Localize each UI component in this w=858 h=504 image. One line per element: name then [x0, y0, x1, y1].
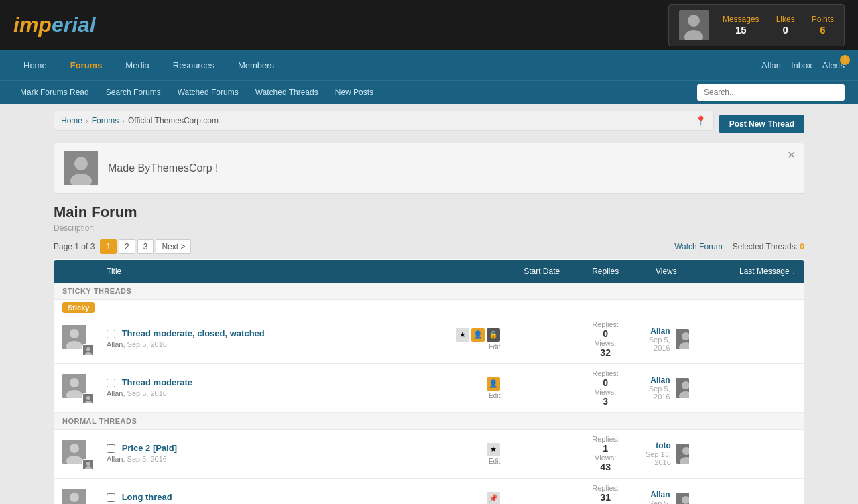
table-header: Title Start Date Replies Views Last Mess…: [54, 260, 804, 284]
pin-icon[interactable]: 📌: [487, 492, 500, 505]
sticky-section-header: STICKY THREADS: [54, 283, 804, 300]
thread-avatar-main: [62, 489, 86, 504]
views-count: 43: [583, 462, 627, 472]
likes-stat: Likes 0: [776, 15, 795, 36]
replies-count: 1: [583, 443, 627, 454]
points-label: Points: [812, 15, 834, 24]
last-message-cell: Allan Sep 5, 2016: [635, 479, 696, 505]
start-date-cell: [508, 430, 575, 479]
replies-cell: Replies: 0 Views: 32: [575, 315, 635, 364]
last-date: Sep 5, 2016: [644, 499, 670, 504]
star-icon[interactable]: ★: [487, 443, 500, 456]
nav-inbox[interactable]: Inbox: [791, 60, 812, 70]
nav-members[interactable]: Members: [228, 55, 284, 76]
logo[interactable]: imperial: [13, 13, 96, 38]
last-user[interactable]: Allan: [644, 375, 670, 385]
views-label: Views:: [583, 339, 627, 347]
watch-forum-link[interactable]: Watch Forum: [674, 242, 723, 251]
nav-alerts[interactable]: Alerts 1: [822, 60, 845, 70]
thread-icon-cell: [54, 364, 99, 413]
nav-user[interactable]: Allan: [761, 60, 781, 70]
last-date: Sep 13, 2016: [644, 450, 671, 466]
last-user[interactable]: toto: [644, 441, 671, 450]
thread-title-link[interactable]: Price 2 [Paid]: [122, 443, 177, 453]
watched-forums[interactable]: Watched Forums: [171, 86, 245, 99]
sub-nav-links: Mark Forums Read Search Forums Watched F…: [13, 86, 380, 99]
breadcrumb: Home › Forums › Official ThemesCorp.com …: [54, 111, 714, 131]
nav-bar: Home Forums Media Resources Members Alla…: [0, 50, 858, 80]
header-last-message: Last Message ↓: [697, 260, 804, 284]
messages-label: Messages: [723, 15, 759, 24]
last-user-avatar: [676, 444, 689, 464]
start-date-cell: [508, 479, 575, 505]
star-icon[interactable]: ★: [456, 328, 469, 342]
svg-point-10: [86, 347, 90, 351]
page-btn-1[interactable]: 1: [100, 239, 117, 254]
last-user[interactable]: Allan: [644, 490, 670, 499]
mark-forums-read[interactable]: Mark Forums Read: [13, 86, 96, 99]
sticky-badge: Sticky: [62, 302, 95, 313]
replies-label: Replies:: [583, 320, 627, 328]
edit-link[interactable]: Edit: [487, 458, 500, 465]
thread-icon-cell: [54, 430, 99, 479]
banner-avatar: [64, 151, 98, 185]
thread-title-link[interactable]: Long thread: [122, 492, 172, 502]
content-wrap: Home › Forums › Official ThemesCorp.com …: [40, 104, 818, 504]
views-label: Views:: [583, 388, 627, 396]
thread-checkbox[interactable]: [107, 379, 115, 387]
thread-checkbox[interactable]: [107, 444, 115, 453]
pagination: Page 1 of 3 1 2 3 Next >: [54, 239, 191, 254]
page-btn-3[interactable]: 3: [137, 239, 154, 254]
user-avatar[interactable]: [679, 10, 709, 40]
thread-action-icons: 👤: [487, 377, 500, 391]
table-row: Thread moderate, closed, watched Allan, …: [54, 315, 804, 364]
thread-checkbox[interactable]: [107, 493, 115, 502]
breadcrumb-home[interactable]: Home: [61, 116, 82, 125]
thread-title-cell: Thread moderate, closed, watched Allan, …: [99, 315, 508, 364]
header-icon: [54, 260, 99, 284]
last-date: Sep 5, 2016: [644, 385, 670, 401]
nav-resources[interactable]: Resources: [163, 55, 225, 76]
post-new-thread-button[interactable]: Post New Thread: [719, 115, 804, 133]
user-panel: Messages 15 Likes 0 Points 6: [668, 4, 845, 46]
search-input[interactable]: [697, 84, 845, 101]
banner-close-icon[interactable]: ✕: [787, 149, 796, 162]
replies-count: 0: [583, 377, 627, 388]
user-icon[interactable]: 👤: [487, 377, 500, 391]
nav-home[interactable]: Home: [13, 55, 57, 76]
thread-title-link[interactable]: Thread moderate, closed, watched: [122, 328, 265, 338]
thread-title-cell: Price 2 [Paid] Allan, Sep 5, 2016 ★ Edit: [99, 430, 508, 479]
user-icon[interactable]: 👤: [471, 328, 485, 342]
replies-label: Replies:: [583, 435, 627, 443]
new-posts[interactable]: New Posts: [328, 86, 380, 99]
forum-description: Description: [54, 223, 804, 233]
thread-avatar-wrap: [62, 374, 90, 402]
watched-threads[interactable]: Watched Threads: [249, 86, 325, 99]
svg-point-16: [70, 378, 79, 387]
nav-forums[interactable]: Forums: [60, 55, 113, 76]
thread-title-link[interactable]: Thread moderate: [122, 377, 192, 387]
replies-count: 31: [583, 492, 627, 503]
thread-checkbox[interactable]: [107, 330, 115, 338]
lock-icon[interactable]: 🔒: [487, 328, 500, 342]
page-btn-2[interactable]: 2: [119, 239, 135, 254]
header-title: Title: [99, 260, 508, 284]
thread-title-cell: Thread moderate Allan, Sep 5, 2016 👤 Edi…: [99, 364, 508, 413]
user-stats: Messages 15 Likes 0 Points 6: [723, 15, 834, 36]
thread-action-icons: 📌: [487, 492, 500, 505]
likes-count: 0: [776, 24, 795, 36]
points-stat: Points 6: [812, 15, 834, 36]
last-user[interactable]: Allan: [644, 326, 670, 336]
search-forums[interactable]: Search Forums: [99, 86, 168, 99]
nav-media[interactable]: Media: [115, 55, 159, 76]
page-btn-next[interactable]: Next >: [156, 239, 191, 254]
avatar-image: [679, 10, 709, 40]
messages-stat: Messages 15: [723, 15, 759, 36]
breadcrumb-row: Home › Forums › Official ThemesCorp.com …: [54, 111, 804, 137]
edit-link[interactable]: Edit: [487, 392, 500, 399]
banner: Made ByThemesCorp ! ✕: [54, 143, 804, 194]
breadcrumb-forums[interactable]: Forums: [92, 116, 119, 125]
last-user-avatar: [676, 493, 689, 504]
start-date-cell: [508, 364, 575, 413]
edit-link[interactable]: Edit: [456, 343, 500, 351]
